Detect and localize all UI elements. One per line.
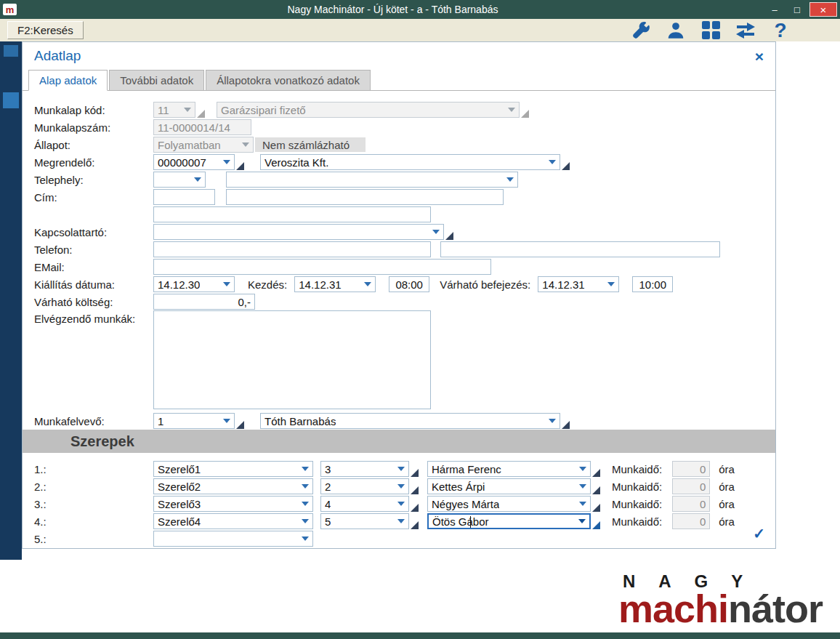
szerep-role-combo[interactable]: Szerelő1: [153, 461, 313, 477]
background-window-item: [3, 92, 19, 108]
lookup-icon[interactable]: [562, 421, 570, 429]
chevron-down-icon: [302, 519, 309, 523]
app-icon: m: [3, 4, 17, 15]
maximize-button[interactable]: □: [787, 2, 807, 17]
kezdes-ido-field[interactable]: 08:00: [389, 276, 429, 292]
lookup-icon[interactable]: [592, 469, 600, 477]
kezdes-datum-combo[interactable]: 14.12.31: [294, 276, 376, 292]
lookup-icon[interactable]: [592, 504, 600, 512]
chevron-down-icon: [506, 177, 514, 182]
kezdes-label: Kezdés:: [248, 278, 287, 291]
lookup-icon[interactable]: [592, 486, 600, 494]
elvegzendo-munkak-label: Elvégzendő munkák:: [34, 310, 153, 325]
szerep-kod-combo[interactable]: 2: [320, 478, 409, 494]
grid-icon[interactable]: [700, 20, 721, 41]
munkalap-kod-combo[interactable]: 11: [153, 102, 195, 118]
chevron-down-icon: [579, 484, 586, 489]
adatlap-dialog: Adatlap × Alap adatok További adatok Áll…: [22, 41, 776, 549]
szerep-kod-combo[interactable]: 5: [320, 513, 409, 529]
lookup-icon[interactable]: [236, 162, 244, 170]
chevron-down-icon: [364, 282, 371, 286]
dialog-title: Adatlap: [34, 48, 81, 64]
elvegzendo-munkak-textarea[interactable]: [153, 310, 431, 409]
user-icon[interactable]: [666, 20, 686, 41]
chevron-down-icon: [549, 160, 556, 164]
megrendelo-kod-combo[interactable]: 00000007: [153, 154, 235, 170]
background-window-strip: [0, 41, 22, 560]
szerep-nev-combo[interactable]: Hárma Ferenc: [427, 461, 591, 477]
varhato-befejezes-label: Várható befejezés:: [440, 278, 530, 291]
szerep-role-combo[interactable]: Szerelő2: [153, 478, 313, 494]
lookup-icon[interactable]: [521, 110, 529, 118]
lookup-icon[interactable]: [411, 504, 419, 512]
munkaido-field[interactable]: 0: [672, 478, 710, 494]
search-button[interactable]: F2:Keresés: [7, 21, 84, 39]
confirm-check-icon[interactable]: ✓: [753, 525, 765, 542]
chevron-down-icon: [578, 519, 586, 523]
munkaido-field[interactable]: 0: [672, 461, 710, 477]
szerep-role-combo[interactable]: Szerelő3: [153, 496, 313, 512]
lookup-icon[interactable]: [445, 232, 453, 240]
lookup-icon[interactable]: [411, 521, 419, 529]
chevron-down-icon: [397, 484, 405, 489]
chevron-down-icon: [579, 467, 586, 471]
close-button[interactable]: ×: [809, 2, 837, 17]
ora-label: óra: [719, 498, 735, 510]
titlebar: m Nagy Machinátor - Új kötet - a - Tóth …: [0, 0, 840, 19]
wrench-icon[interactable]: [631, 20, 651, 41]
lookup-icon[interactable]: [197, 110, 205, 118]
munkafelvevo-nev-combo[interactable]: Tóth Barnabás: [260, 413, 560, 429]
email-field[interactable]: [153, 259, 491, 275]
lookup-icon[interactable]: [236, 421, 244, 429]
lookup-icon[interactable]: [411, 486, 419, 494]
varhato-koltseg-label: Várható költség:: [34, 296, 153, 308]
varhato-koltseg-field[interactable]: 0,-: [153, 294, 255, 310]
megrendelo-nev-combo[interactable]: Veroszita Kft.: [260, 154, 560, 170]
window-title: Nagy Machinátor - Új kötet - a - Tóth Ba…: [21, 4, 764, 15]
chevron-down-icon: [397, 502, 405, 506]
munkaido-field[interactable]: 0: [672, 513, 710, 529]
kapcsolattarto-combo[interactable]: [153, 224, 444, 240]
munkalap-nev-combo[interactable]: Garázsipari fizető: [217, 102, 520, 118]
minimize-button[interactable]: –: [764, 2, 785, 17]
befejezes-ido-field[interactable]: 10:00: [632, 276, 673, 292]
chevron-down-icon: [579, 502, 586, 506]
telephely-nev-combo[interactable]: [226, 172, 518, 188]
cim-varos-field[interactable]: [226, 189, 504, 205]
transfer-arrows-icon[interactable]: [735, 20, 756, 41]
kiallitas-datum-combo[interactable]: 14.12.30: [153, 276, 235, 292]
szerep-role-combo[interactable]: [153, 531, 313, 547]
szerep-kod-combo[interactable]: 3: [320, 461, 409, 477]
munkaido-field[interactable]: 0: [672, 496, 710, 512]
szerep-role-combo[interactable]: Szerelő4: [153, 513, 313, 529]
help-icon[interactable]: ?: [770, 20, 791, 41]
szerep-nev-combo[interactable]: Kettes Árpi: [427, 478, 591, 494]
telefon-2-field[interactable]: [440, 241, 720, 257]
chevron-down-icon: [302, 467, 309, 471]
dialog-close-icon[interactable]: ×: [755, 49, 764, 64]
szerep-kod-combo[interactable]: 4: [320, 496, 409, 512]
munkalapszam-label: Munkalapszám:: [34, 121, 153, 134]
chevron-down-icon: [397, 519, 405, 523]
cim-utca-field[interactable]: [153, 206, 431, 222]
szerep-nev-combo-focused[interactable]: Ötös Gábor: [427, 513, 591, 529]
munkafelvevo-kod-combo[interactable]: 1: [153, 413, 235, 429]
munkaido-label: Munkaidő:: [612, 498, 662, 510]
szerep-row-4: 4.: Szerelő4 5 Ötös Gábor Munkaidő: 0 ór…: [34, 513, 764, 530]
background-window-item: [4, 45, 18, 57]
tab-alap-adatok[interactable]: Alap adatok: [28, 70, 108, 91]
lookup-icon[interactable]: [592, 521, 600, 529]
lookup-icon[interactable]: [411, 469, 419, 477]
szerep-nev-combo[interactable]: Négyes Márta: [427, 496, 591, 512]
cim-iranyitoszam-field[interactable]: [153, 189, 215, 205]
befejezes-datum-combo[interactable]: 14.12.31: [538, 276, 619, 292]
allapot-combo[interactable]: Folyamatban: [153, 137, 254, 153]
tab-tovabbi-adatok[interactable]: További adatok: [109, 70, 204, 90]
lookup-icon[interactable]: [562, 162, 570, 170]
chevron-down-icon: [508, 108, 515, 112]
telefon-1-field[interactable]: [153, 241, 431, 257]
telephely-kod-combo[interactable]: [153, 172, 206, 188]
tab-allapotokra-vonatkozo-adatok[interactable]: Állapotokra vonatkozó adatok: [206, 70, 371, 90]
chevron-down-icon: [223, 282, 230, 286]
cim-label: Cím:: [34, 191, 153, 204]
